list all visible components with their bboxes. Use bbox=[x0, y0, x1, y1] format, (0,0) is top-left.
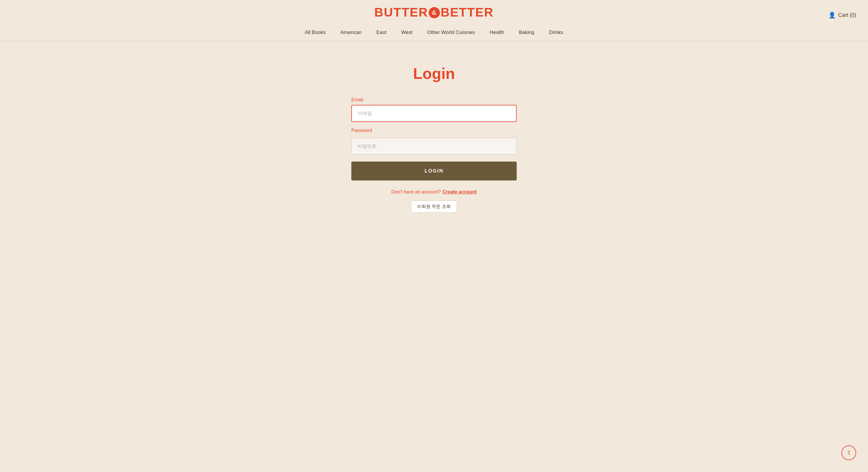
nav-item-other-world-cuisines[interactable]: Other World Cuisines bbox=[427, 30, 475, 35]
site-logo[interactable]: BUTTERBETTER bbox=[374, 5, 494, 20]
no-account-text: Don't have an account? bbox=[391, 189, 441, 195]
guest-order-button[interactable]: 비회원 주문 조회 bbox=[411, 201, 457, 213]
password-input[interactable] bbox=[351, 138, 517, 154]
nav-item-baking[interactable]: Baking bbox=[519, 30, 534, 35]
cart-label: Cart (0) bbox=[838, 12, 856, 18]
page-title: Login bbox=[413, 65, 455, 82]
cart-button[interactable]: 👤 Cart (0) bbox=[829, 11, 856, 19]
logo-text-before: BUTTER bbox=[374, 5, 428, 20]
main-nav: All Books American East West Other World… bbox=[12, 25, 856, 41]
logo-icon bbox=[429, 7, 440, 18]
nav-item-health[interactable]: Health bbox=[490, 30, 504, 35]
arrow-up-icon: ⇧ bbox=[846, 449, 851, 456]
account-links: Don't have an account? Create account bbox=[391, 189, 476, 195]
person-icon: 👤 bbox=[829, 11, 836, 19]
nav-item-west[interactable]: West bbox=[401, 30, 412, 35]
email-label: Email bbox=[351, 97, 517, 102]
main-content: Login Email Password LOGIN Don't have an… bbox=[0, 41, 868, 230]
nav-item-american[interactable]: American bbox=[340, 30, 362, 35]
password-label: Password bbox=[351, 128, 517, 133]
nav-item-all-books[interactable]: All Books bbox=[305, 30, 326, 35]
site-header: BUTTERBETTER 👤 Cart (0) All Books Americ… bbox=[0, 0, 868, 41]
scroll-top-button[interactable]: ⇧ bbox=[841, 445, 856, 460]
login-button[interactable]: LOGIN bbox=[351, 161, 517, 180]
header-top: BUTTERBETTER 👤 Cart (0) bbox=[12, 5, 856, 25]
login-form: Email Password LOGIN bbox=[351, 97, 517, 180]
email-input[interactable] bbox=[351, 105, 517, 122]
logo-text-after: BETTER bbox=[440, 5, 494, 20]
nav-item-drinks[interactable]: Drinks bbox=[549, 30, 563, 35]
create-account-link[interactable]: Create account bbox=[442, 189, 477, 195]
nav-item-east[interactable]: East bbox=[376, 30, 386, 35]
